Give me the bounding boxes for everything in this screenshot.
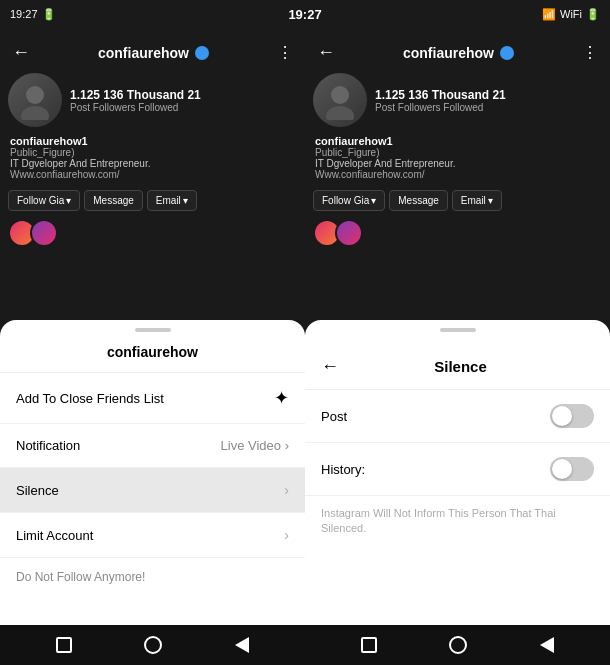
- limit-account-chevron: ›: [284, 527, 289, 543]
- right-email-chevron: ▾: [488, 195, 493, 206]
- post-toggle[interactable]: [550, 404, 594, 428]
- right-nav-square[interactable]: [361, 637, 377, 653]
- post-toggle-thumb: [552, 406, 572, 426]
- left-sheet-title: confiaurehow: [0, 344, 305, 373]
- left-avatar: [8, 73, 62, 127]
- history-toggle-thumb: [552, 459, 572, 479]
- right-follow-chevron: ▾: [371, 195, 376, 206]
- right-profile-header: 1.125 136 Thousand 21 Post Followers Fol…: [313, 69, 602, 131]
- left-small-avatar-2: [30, 219, 58, 247]
- right-stats-numbers: 1.125 136 Thousand 21: [375, 88, 602, 102]
- left-profile-category: Public_Figure): [10, 147, 295, 158]
- right-nav-circle[interactable]: [449, 636, 467, 654]
- battery-right-icon: 🔋: [586, 8, 600, 21]
- left-nav-bar: [0, 625, 305, 665]
- left-back-arrow[interactable]: ←: [12, 42, 30, 63]
- left-stats-labels: Post Followers Followed: [70, 102, 297, 113]
- svg-point-1: [21, 106, 49, 120]
- left-stats-numbers: 1.125 136 Thousand 21: [70, 88, 297, 102]
- left-profile-header: 1.125 136 Thousand 21 Post Followers Fol…: [8, 69, 297, 131]
- right-sheet-back[interactable]: ←: [321, 356, 339, 377]
- left-profile-name: confiaurehow1: [10, 135, 295, 147]
- right-email-button[interactable]: Email ▾: [452, 190, 502, 211]
- silence-info-text: Instagram Will Not Inform This Person Th…: [305, 496, 610, 547]
- right-verified-badge: [500, 46, 514, 60]
- left-profile-bio: IT Dgveloper And Entrepreneur.: [10, 158, 295, 169]
- right-sheet-handle: [440, 328, 476, 332]
- right-stats-labels: Post Followers Followed: [375, 102, 602, 113]
- left-nav-username: confiaurehow: [98, 45, 189, 61]
- notification-right: Live Video ›: [221, 438, 289, 453]
- left-avatar-img: [8, 73, 62, 127]
- right-avatar-img: [313, 73, 367, 127]
- right-sheet-title: Silence: [347, 358, 594, 375]
- bottom-sheets: confiaurehow Add To Close Friends List ✦…: [0, 320, 610, 625]
- notification-label: Notification: [16, 438, 80, 453]
- right-back-arrow[interactable]: ←: [317, 42, 335, 63]
- status-bar: 19:27 🔋 19:27 📶 WiFi 🔋: [0, 0, 610, 28]
- background-panes: ← confiaurehow ⋮ 1.125 136 Thousand 21 P…: [0, 28, 610, 358]
- navigation-bar: [0, 625, 610, 665]
- svg-point-3: [326, 106, 354, 120]
- left-profile-pane: ← confiaurehow ⋮ 1.125 136 Thousand 21 P…: [0, 28, 305, 358]
- right-profile-pane: ← confiaurehow ⋮ 1.125 136 Thousand 21 P…: [305, 28, 610, 358]
- right-sheet-header: ← Silence: [305, 344, 610, 390]
- left-profile-nav: ← confiaurehow ⋮: [8, 36, 297, 69]
- left-follow-button[interactable]: Follow Gia ▾: [8, 190, 80, 211]
- right-more-options[interactable]: ⋮: [582, 43, 598, 62]
- limit-account-label: Limit Account: [16, 528, 93, 543]
- right-profile-nav: ← confiaurehow ⋮: [313, 36, 602, 69]
- left-nav-triangle[interactable]: [235, 637, 249, 653]
- notification-item[interactable]: Notification Live Video ›: [0, 424, 305, 468]
- svg-point-0: [26, 86, 44, 104]
- signal-icon: 📶: [542, 8, 556, 21]
- left-profile-info: confiaurehow1 Public_Figure) IT Dgvelope…: [8, 131, 297, 184]
- wifi-icon: WiFi: [560, 8, 582, 20]
- time-left: 19:27: [10, 8, 38, 20]
- right-profile-stats: 1.125 136 Thousand 21 Post Followers Fol…: [375, 88, 602, 113]
- status-center-time: 19:27: [288, 7, 321, 22]
- status-left: 19:27 🔋: [10, 8, 56, 21]
- right-profile-website: Www.confiaurehow.com/: [315, 169, 600, 180]
- left-profile-stats: 1.125 136 Thousand 21 Post Followers Fol…: [70, 88, 297, 113]
- sheet-footer: Do Not Follow Anymore!: [0, 558, 305, 596]
- add-close-friends-label: Add To Close Friends List: [16, 391, 164, 406]
- post-toggle-item: Post: [305, 390, 610, 443]
- left-small-avatars: [8, 219, 297, 247]
- left-message-button[interactable]: Message: [84, 190, 143, 211]
- left-email-button[interactable]: Email ▾: [147, 190, 197, 211]
- post-label: Post: [321, 409, 347, 424]
- history-toggle[interactable]: [550, 457, 594, 481]
- status-right: 📶 WiFi 🔋: [542, 8, 600, 21]
- star-icon: ✦: [274, 387, 289, 409]
- right-profile-info: confiaurehow1 Public_Figure) IT Dgvelope…: [313, 131, 602, 184]
- silence-item[interactable]: Silence ›: [0, 468, 305, 513]
- right-message-button[interactable]: Message: [389, 190, 448, 211]
- battery-icon: 🔋: [42, 8, 56, 21]
- left-nav-circle[interactable]: [144, 636, 162, 654]
- right-follow-button[interactable]: Follow Gia ▾: [313, 190, 385, 211]
- left-action-buttons: Follow Gia ▾ Message Email ▾: [8, 190, 297, 211]
- right-small-avatars: [313, 219, 602, 247]
- left-more-options[interactable]: ⋮: [277, 43, 293, 62]
- left-verified-badge: [195, 46, 209, 60]
- right-nav-bar: [305, 625, 610, 665]
- limit-account-item[interactable]: Limit Account ›: [0, 513, 305, 558]
- left-profile-website: Www.confiaurehow.com/: [10, 169, 295, 180]
- left-nav-square[interactable]: [56, 637, 72, 653]
- silence-label: Silence: [16, 483, 59, 498]
- left-bottom-sheet: confiaurehow Add To Close Friends List ✦…: [0, 320, 305, 625]
- right-small-avatar-2: [335, 219, 363, 247]
- right-avatar: [313, 73, 367, 127]
- left-follow-chevron: ▾: [66, 195, 71, 206]
- history-toggle-item: History:: [305, 443, 610, 496]
- right-nav-username: confiaurehow: [403, 45, 494, 61]
- right-action-buttons: Follow Gia ▾ Message Email ▾: [313, 190, 602, 211]
- right-bottom-sheet: ← Silence Post History: Instagram Will N…: [305, 320, 610, 625]
- svg-point-2: [331, 86, 349, 104]
- history-label: History:: [321, 462, 365, 477]
- left-sheet-handle: [135, 328, 171, 332]
- add-close-friends-item[interactable]: Add To Close Friends List ✦: [0, 373, 305, 424]
- right-nav-triangle[interactable]: [540, 637, 554, 653]
- right-profile-category: Public_Figure): [315, 147, 600, 158]
